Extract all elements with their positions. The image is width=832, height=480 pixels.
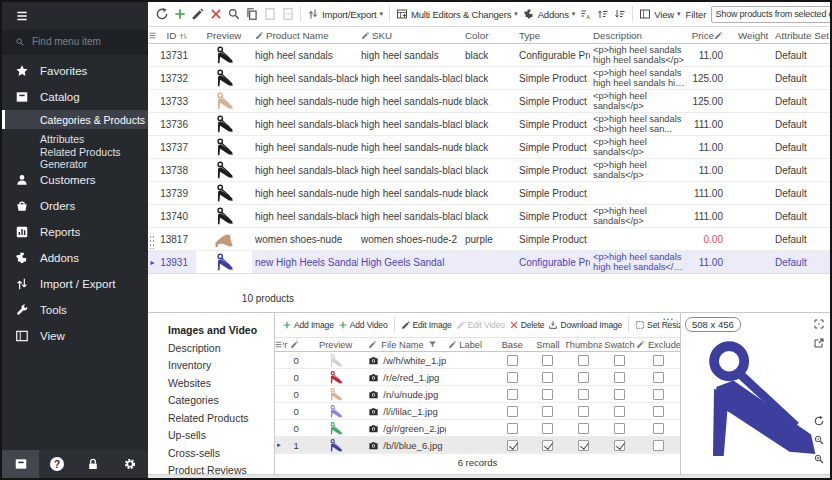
cell-description[interactable]: <p>high heel sandals</p> [590, 90, 690, 112]
column-header-color[interactable]: Color [462, 30, 516, 41]
product-row[interactable]: 13736 high heel sandals-black-36 high he… [148, 113, 830, 136]
product-preview-image[interactable] [196, 136, 252, 158]
cell-type[interactable]: Simple Product [516, 90, 590, 112]
cell-small[interactable] [530, 372, 566, 383]
cell-attribute-set[interactable]: Default [772, 44, 830, 66]
cell-id[interactable]: 13739 [157, 182, 196, 204]
product-preview-image[interactable] [196, 159, 252, 181]
cell-exclude[interactable] [637, 440, 680, 451]
cell-small[interactable] [530, 355, 566, 366]
product-row[interactable]: 13733 high heel sandals-nude high heel s… [148, 90, 830, 113]
sort-descending-button[interactable] [612, 4, 628, 24]
media-preview-image[interactable] [305, 438, 367, 453]
cell-type[interactable]: Simple Product [516, 136, 590, 158]
sidebar-item-customers[interactable]: Customers [2, 167, 148, 193]
cell-color[interactable]: black [462, 90, 516, 112]
menu-toggle-button[interactable] [2, 2, 148, 30]
cell-product-name[interactable]: new High Heels Sandals [252, 251, 358, 273]
media-preview-image[interactable] [305, 387, 367, 402]
column-header-weight[interactable]: Weight [735, 30, 772, 41]
cell-id[interactable]: 13733 [157, 90, 196, 112]
cell-id[interactable]: 13740 [157, 205, 196, 227]
cell-weight[interactable] [735, 228, 772, 250]
product-row-selected[interactable]: 13931 new High Heels Sandals High Geels … [148, 251, 830, 274]
copy-button[interactable] [243, 4, 260, 24]
cell-swatch[interactable] [602, 406, 638, 417]
thumbnail-checkbox[interactable] [578, 440, 589, 451]
cell-color[interactable]: black [462, 67, 516, 89]
cell-weight[interactable] [735, 44, 772, 66]
small-checkbox[interactable] [542, 389, 553, 400]
cell-base[interactable] [494, 423, 530, 434]
cell-swatch[interactable] [602, 440, 638, 451]
sidebar-item-catalog[interactable]: Catalog [2, 84, 148, 110]
cell-type[interactable]: Simple Product [516, 228, 590, 250]
cell-price[interactable]: 0.00 [690, 228, 735, 250]
cell-type[interactable]: Simple Product [516, 67, 590, 89]
refresh-button[interactable] [153, 4, 170, 24]
add-product-button[interactable] [171, 4, 188, 24]
cell-weight[interactable] [735, 159, 772, 181]
column-header-preview[interactable]: Preview [196, 30, 252, 41]
cell-position[interactable]: 1 [283, 440, 305, 451]
column-header-file-name[interactable]: File Name [366, 340, 445, 350]
cell-price[interactable]: 125.00 [690, 67, 735, 89]
cell-exclude[interactable] [637, 423, 680, 434]
search-button[interactable] [225, 4, 242, 24]
media-row[interactable]: 0 /n/u/nude.jpg [275, 386, 680, 403]
cell-sku[interactable]: high heel sandals [358, 44, 462, 66]
cell-sku[interactable]: High Geels Sandal [358, 251, 462, 273]
tab-related-products[interactable]: Related Products [148, 410, 274, 428]
thumbnail-checkbox[interactable] [578, 389, 589, 400]
column-header-thumbnail[interactable]: Thumbna [566, 340, 602, 350]
add-image-button[interactable]: Add Image [281, 320, 335, 330]
cell-sku[interactable]: high heel sandals-nude-36 [358, 136, 462, 158]
cell-position[interactable]: 0 [283, 423, 305, 434]
cell-thumbnail[interactable] [566, 440, 602, 451]
cell-weight[interactable] [735, 90, 772, 112]
cell-color[interactable]: purple [462, 228, 516, 250]
cell-attribute-set[interactable]: Default [772, 228, 830, 250]
cell-weight[interactable] [735, 67, 772, 89]
base-checkbox[interactable] [507, 372, 518, 383]
cell-id[interactable]: 13736 [157, 113, 196, 135]
cell-weight[interactable] [735, 182, 772, 204]
cell-id[interactable]: 13931 [157, 251, 196, 273]
cell-swatch[interactable] [602, 389, 638, 400]
cell-attribute-set[interactable]: Default [772, 182, 830, 204]
view-menu-button[interactable]: View▾ [637, 4, 682, 24]
cell-product-name[interactable]: high heel sandals-black-38 [252, 205, 358, 227]
cell-attribute-set[interactable]: Default [772, 67, 830, 89]
cell-file-name[interactable]: /r/e/red_1.jpg [366, 372, 445, 383]
cell-id[interactable]: 13738 [157, 159, 196, 181]
cell-description[interactable]: <p>high heel sandals</p> [590, 159, 690, 181]
product-row[interactable]: 13738 high heel sandals-black-37 high he… [148, 159, 830, 182]
cell-description[interactable]: <p>high heel sandals high heel sandals</… [590, 251, 690, 273]
cell-product-name[interactable]: high heel sandals-nude [252, 90, 358, 112]
cell-weight[interactable] [735, 136, 772, 158]
cell-price[interactable]: 11.00 [690, 136, 735, 158]
cell-thumbnail[interactable] [566, 389, 602, 400]
cell-attribute-set[interactable]: Default [772, 90, 830, 112]
column-header-exclude[interactable]: Exclude [637, 340, 680, 350]
cell-color[interactable]: black [462, 205, 516, 227]
column-header-small[interactable]: Small [530, 340, 566, 350]
column-header-preview[interactable]: Preview [305, 340, 367, 350]
cell-small[interactable] [530, 406, 566, 417]
product-preview-image[interactable] [196, 113, 252, 135]
tab-websites[interactable]: Websites [148, 375, 274, 393]
swatch-checkbox[interactable] [614, 372, 625, 383]
product-row[interactable]: 13739 high heel sandals-nude-37 high hee… [148, 182, 830, 205]
cell-sku[interactable]: high heel sandals-black-37 [358, 159, 462, 181]
exclude-checkbox[interactable] [653, 406, 664, 417]
menu-search-input[interactable] [32, 36, 132, 47]
cell-sku[interactable]: high heel sandals-nude [358, 90, 462, 112]
cell-sku[interactable]: women shoes-nude-2 [358, 228, 462, 250]
base-checkbox[interactable] [507, 389, 518, 400]
column-header-sku[interactable]: SKU [358, 30, 462, 41]
media-row[interactable]: 0 /w/h/white_1.jpg [275, 352, 680, 369]
thumbnail-checkbox[interactable] [578, 355, 589, 366]
media-preview-image[interactable] [305, 421, 367, 436]
column-header-swatch[interactable]: Swatch [602, 340, 638, 350]
tab-cross-sells[interactable]: Cross-sells [148, 445, 274, 463]
